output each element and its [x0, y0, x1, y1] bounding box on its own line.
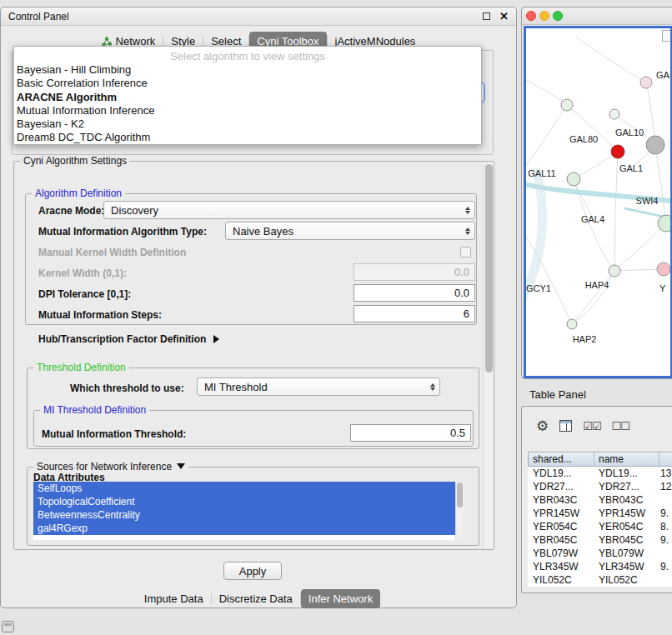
network-canvas-svg: GALGAL80GAL10GAL11GAL1SWI4GAL4GCY1HAP4YH… [526, 28, 670, 376]
threshold-definition-title: Threshold Definition [33, 362, 129, 373]
network-node[interactable] [640, 77, 652, 88]
table-panel-window: ⚙ ☑☑ ☐☐ shared...name YDL19...YDL19...13… [521, 406, 672, 593]
table-cell: YBL079W [594, 547, 659, 560]
table-row[interactable]: YBR043CYBR043C [528, 493, 672, 507]
table-row[interactable]: YBR045CYBR045C9. [528, 533, 672, 547]
network-node[interactable] [657, 262, 670, 276]
column-selector-icon[interactable] [559, 420, 572, 432]
network-scrollbar[interactable] [662, 30, 671, 42]
network-node[interactable] [609, 109, 619, 119]
mi-algorithm-type-combobox[interactable]: Naive Bayes [225, 222, 475, 240]
table-column-header[interactable]: shared... [529, 452, 594, 466]
network-node[interactable] [646, 136, 664, 154]
sources-title-text: Sources for Network Inference [37, 461, 172, 472]
minimize-traffic-light[interactable] [539, 11, 549, 21]
bottom-tab-impute-data[interactable]: Impute Data [137, 589, 211, 608]
algorithm-option[interactable]: Bayesian - Hill Climbing [14, 63, 481, 77]
hub-section-toggle[interactable]: Hub/Transcription Factor Definition [38, 333, 219, 345]
table-row[interactable]: YIL052CYIL052C [528, 573, 672, 587]
table-cell: 9. [659, 560, 672, 573]
table-cell: YBR045C [528, 533, 594, 547]
float-window-icon[interactable] [483, 12, 490, 20]
attribute-list-scrollbar[interactable] [455, 482, 464, 540]
algorithm-option[interactable]: ARACNE Algorithm [14, 91, 481, 104]
minimized-panel-icon[interactable] [2, 621, 14, 632]
table-cell: YIL052C [528, 573, 594, 587]
network-node[interactable] [567, 172, 580, 186]
table-cell [659, 573, 672, 587]
table-column-header[interactable]: name [594, 452, 659, 466]
bottom-tab-discretize-data[interactable]: Discretize Data [212, 589, 300, 608]
algorithm-option[interactable]: Bayesian - K2 [14, 118, 481, 131]
table-row[interactable]: YDR27...YDR27...12 [528, 480, 672, 493]
mi-steps-value: 6 [464, 308, 469, 320]
table-cell: YDR27... [594, 480, 659, 493]
algorithm-option[interactable]: Mutual Information Inference [14, 104, 481, 118]
table-row[interactable]: YPR145WYPR145W9. [528, 507, 672, 520]
algorithm-option[interactable]: Dream8 DC_TDC Algorithm [14, 131, 481, 144]
settings-scrollbar[interactable] [483, 162, 494, 548]
table-cell [659, 547, 672, 560]
apply-button[interactable]: Apply [223, 562, 282, 580]
dpi-tolerance-field[interactable]: 0.0 [354, 284, 475, 302]
manual-kernel-checkbox[interactable] [460, 247, 471, 258]
table-cell: YER054C [594, 520, 659, 533]
combo-arrows-icon [430, 383, 435, 391]
which-threshold-value: MI Threshold [204, 381, 268, 393]
algorithm-definition-group: Algorithm Definition Aracne Mode: Discov… [25, 193, 477, 325]
sources-group-title[interactable]: Sources for Network Inference [33, 461, 188, 472]
cyni-settings-group: Cyni Algorithm Settings Algorithm Defini… [13, 161, 494, 550]
attribute-list-scrollthumb[interactable] [457, 482, 463, 508]
attribute-list-item[interactable]: BetweennessCentrality [33, 508, 455, 522]
collapsed-arrow-icon [213, 335, 219, 343]
network-node[interactable] [561, 99, 573, 111]
table-cell: YLR345W [528, 560, 594, 573]
network-node[interactable] [567, 319, 577, 329]
attribute-list-item[interactable]: TopologicalCoefficient [33, 495, 455, 508]
dpi-tolerance-label: DPI Tolerance [0,1]: [38, 288, 131, 300]
bottom-tabbar: Impute DataDiscretize DataInfer Network [1, 589, 516, 608]
algorithm-dropdown-placeholder: Select algorithm to view settings [14, 49, 481, 63]
attribute-list-item[interactable]: gal4RGexp [33, 522, 455, 535]
control-panel-window: Control Panel ✕ NetworkStyleSelectCyni T… [0, 7, 517, 608]
which-threshold-combobox[interactable]: MI Threshold [197, 378, 440, 396]
cyni-settings-group-title: Cyni Algorithm Settings [20, 155, 130, 167]
table-cell: YDL19... [528, 467, 594, 480]
network-node-label: GAL10 [615, 128, 644, 138]
zoom-traffic-light[interactable] [553, 11, 563, 21]
sources-group: Sources for Network Inference Data Attri… [27, 467, 479, 546]
kernel-width-label: Kernel Width (0,1): [38, 268, 127, 279]
algorithm-definition-title: Algorithm Definition [32, 188, 125, 199]
table-cell: YPR145W [528, 507, 594, 520]
data-attributes-list[interactable]: SelfLoopsTopologicalCoefficientBetweenne… [33, 482, 464, 540]
deselect-all-icon[interactable]: ☐☐ [612, 420, 629, 432]
titlebar-icons: ✕ [483, 11, 509, 22]
network-node[interactable] [609, 265, 620, 277]
table-row[interactable]: YLR345WYLR345W9. [528, 560, 672, 573]
mi-steps-field[interactable]: 6 [354, 305, 475, 322]
close-traffic-light[interactable] [526, 11, 536, 21]
table-row[interactable]: YDL19...YDL19...13 [528, 467, 672, 480]
table-row[interactable]: YER054CYER054C8. [528, 520, 672, 533]
mi-threshold-field[interactable]: 0.5 [350, 424, 471, 442]
network-node[interactable] [611, 145, 624, 158]
bottom-tab-infer-network[interactable]: Infer Network [301, 589, 380, 608]
network-canvas[interactable]: GALGAL80GAL10GAL11GAL1SWI4GAL4GCY1HAP4YH… [524, 26, 672, 378]
network-tab-icon [102, 37, 112, 47]
table-cell: 8. [659, 520, 672, 533]
aracne-mode-combobox[interactable]: Discovery [103, 201, 475, 219]
table-column-header[interactable] [659, 452, 672, 466]
settings-scrollthumb[interactable] [485, 164, 493, 372]
close-window-icon[interactable]: ✕ [499, 11, 509, 22]
node-table: shared...name YDL19...YDL19...13YDR27...… [528, 452, 672, 587]
table-cell: YER054C [528, 520, 594, 533]
table-row[interactable]: YBL079WYBL079W [528, 547, 672, 560]
settings-gear-icon[interactable]: ⚙ [536, 419, 549, 433]
select-all-icon[interactable]: ☑☑ [583, 420, 600, 432]
algorithm-option[interactable]: Basic Correlation Inference [14, 77, 481, 90]
table-header-row: shared...name [528, 452, 672, 467]
network-node[interactable] [658, 215, 670, 232]
attribute-list-item[interactable]: SelfLoops [33, 482, 455, 495]
table-cell: 12 [659, 480, 672, 493]
network-node-label: SWI4 [636, 196, 659, 206]
